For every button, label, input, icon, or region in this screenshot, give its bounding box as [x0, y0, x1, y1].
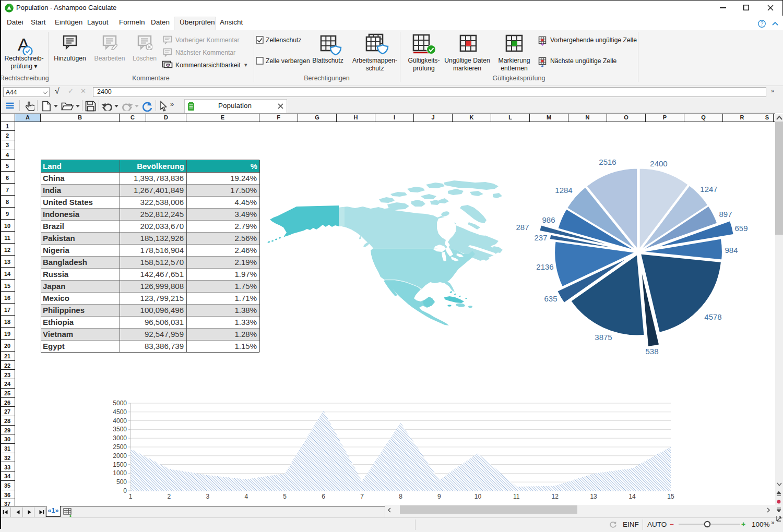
svg-text:?: ?: [761, 21, 764, 27]
svg-text:635: 635: [544, 294, 557, 303]
svg-text:0: 0: [123, 487, 127, 494]
svg-text:984: 984: [725, 246, 738, 255]
svg-text:237: 237: [534, 233, 547, 242]
svg-text:6: 6: [322, 493, 325, 500]
svg-text:2516: 2516: [599, 158, 616, 166]
svg-text:13: 13: [590, 493, 597, 500]
svg-text:5000: 5000: [113, 400, 127, 407]
svg-text:10: 10: [474, 493, 482, 500]
svg-text:1500: 1500: [113, 461, 127, 468]
svg-text:2400: 2400: [650, 159, 667, 168]
svg-text:659: 659: [734, 224, 748, 233]
svg-text:14: 14: [628, 493, 636, 500]
svg-text:1284: 1284: [555, 186, 572, 195]
svg-text:986: 986: [542, 215, 555, 224]
svg-text:5: 5: [283, 493, 287, 500]
svg-text:4: 4: [244, 493, 248, 500]
svg-text:8: 8: [399, 493, 402, 500]
svg-text:4000: 4000: [113, 417, 127, 425]
svg-text:2000: 2000: [113, 452, 127, 460]
svg-text:2: 2: [168, 493, 171, 500]
svg-text:500: 500: [116, 478, 127, 486]
svg-text:287: 287: [516, 223, 529, 232]
svg-text:897: 897: [719, 210, 732, 219]
svg-text:3000: 3000: [113, 434, 127, 442]
svg-text:12: 12: [552, 493, 559, 500]
svg-text:1000: 1000: [113, 469, 127, 477]
svg-text:1247: 1247: [700, 185, 717, 194]
svg-text:7: 7: [360, 493, 364, 500]
svg-text:2500: 2500: [113, 443, 127, 451]
svg-text:11: 11: [513, 493, 520, 500]
svg-text:15: 15: [667, 493, 674, 500]
svg-text:1: 1: [129, 493, 133, 500]
svg-text:4578: 4578: [704, 312, 721, 321]
svg-text:2136: 2136: [536, 262, 553, 271]
svg-text:3: 3: [206, 493, 210, 500]
svg-text:538: 538: [645, 347, 658, 356]
svg-text:4500: 4500: [113, 408, 127, 416]
svg-text:3875: 3875: [595, 333, 612, 342]
svg-text:3500: 3500: [113, 426, 127, 433]
svg-text:9: 9: [437, 493, 441, 500]
